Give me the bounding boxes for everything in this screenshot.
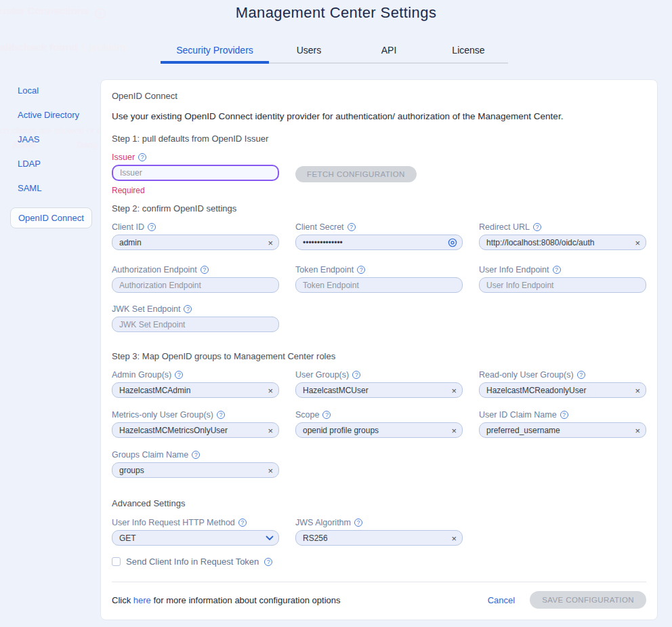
help-icon[interactable]: ? [192,451,200,459]
token-endpoint-input[interactable] [295,277,463,293]
clear-icon[interactable]: × [268,426,273,434]
scope-input[interactable] [295,422,463,438]
help-icon[interactable]: ? [560,411,568,419]
sidebar-item-local[interactable]: Local [18,85,92,96]
clear-icon[interactable]: × [451,386,457,395]
sidebar-item-active-directory[interactable]: Active Directory [18,110,92,120]
client-secret-field: Client Secret ? [295,222,463,250]
jws-algorithm-input[interactable] [295,530,463,546]
tab-users[interactable]: Users [269,45,349,62]
clear-icon[interactable]: × [268,466,273,474]
clear-icon[interactable]: × [635,426,640,434]
clear-icon[interactable]: × [268,386,273,395]
http-method-label: User Info Request HTTP Method [112,518,235,527]
help-icon[interactable]: ? [201,266,209,274]
here-link[interactable]: here [133,595,151,605]
token-endpoint-label: Token Endpoint [295,265,354,275]
user-groups-input[interactable] [295,382,463,398]
clear-icon[interactable]: × [635,238,640,247]
redirect-url-input[interactable] [479,235,646,250]
client-secret-input[interactable] [295,235,463,250]
jwk-set-endpoint-input[interactable] [112,317,279,332]
groups-claim-name-label: Groups Claim Name [112,450,188,460]
user-groups-label: User Group(s) [295,370,349,380]
metrics-user-groups-field: Metrics-only User Group(s) ? × [112,410,279,438]
help-icon[interactable]: ? [533,223,541,231]
jws-algorithm-field: JWS Algorithm ? × [295,518,463,546]
background-artifact-healthcheck: althcheck found 1 problem [0,41,126,53]
footer-info-text: Click here for more information about co… [112,595,341,605]
http-method-select[interactable] [112,530,279,546]
help-icon[interactable]: ? [322,411,331,419]
send-client-info-label: Send Client Info in Request Token [126,557,259,567]
panel-description: Use your existing OpenID Connect identit… [112,111,646,121]
redirect-url-label: Redirect URL [479,222,530,232]
help-icon[interactable]: ? [354,519,362,527]
help-icon[interactable]: ? [577,371,585,379]
clear-icon[interactable]: × [451,426,457,434]
fetch-configuration-button[interactable]: FETCH CONFIGURATION [295,166,417,182]
tab-license[interactable]: License [429,45,508,62]
sidebar-item-openid-connect[interactable]: OpenID Connect [10,207,92,228]
eye-icon[interactable] [448,238,457,247]
tab-security-providers[interactable]: Security Providers [161,45,269,64]
readonly-user-groups-field: Read-only User Group(s) ? × [479,370,646,398]
save-configuration-button[interactable]: SAVE CONFIGURATION [530,591,646,609]
admin-groups-field: Admin Group(s) ? × [112,370,279,398]
help-icon[interactable]: ? [217,411,225,419]
readonly-user-groups-label: Read-only User Group(s) [479,370,574,380]
send-client-info-checkbox[interactable] [112,557,121,566]
client-id-label: Client ID [112,222,144,232]
step3-label: Step 3: Map OpenID groups to Management … [112,351,646,361]
help-icon[interactable]: ? [175,371,183,379]
user-id-claim-name-input[interactable] [479,422,646,438]
help-icon[interactable]: ? [148,223,156,231]
client-secret-label: Client Secret [295,222,344,232]
help-icon[interactable]: ? [357,266,365,274]
scope-label: Scope [295,410,319,420]
page-title: Management Center Settings [0,4,672,22]
http-method-field: User Info Request HTTP Method ? [112,518,279,546]
chevron-down-icon[interactable] [266,535,274,541]
clear-icon[interactable]: × [268,238,273,247]
help-icon[interactable]: ? [238,519,247,527]
step2-label: Step 2: confirm OpenID settings [112,203,646,214]
clear-icon[interactable]: × [451,533,457,542]
clear-icon[interactable]: × [635,386,640,395]
authorization-endpoint-input[interactable] [112,277,279,293]
sidebar-item-jaas[interactable]: JAAS [18,134,92,144]
issuer-input[interactable] [112,165,279,181]
sidebar-item-saml[interactable]: SAML [18,183,92,193]
authorization-endpoint-label: Authorization Endpoint [112,265,197,275]
user-info-endpoint-input[interactable] [479,277,646,293]
send-client-info-row: Send Client Info in Request Token ? [112,557,646,567]
client-id-input[interactable] [112,235,279,250]
user-id-claim-name-field: User ID Claim Name ? × [479,410,646,438]
help-icon[interactable]: ? [348,223,356,231]
groups-claim-name-input[interactable] [112,462,279,478]
help-icon[interactable]: ? [352,371,360,379]
advanced-settings-heading: Advanced Settings [112,498,646,508]
scope-field: Scope ? × [295,410,463,438]
issuer-label: Issuer [112,153,135,162]
cancel-button[interactable]: Cancel [488,595,515,605]
admin-groups-input[interactable] [112,382,279,398]
metrics-user-groups-label: Metrics-only User Group(s) [112,410,213,420]
openid-connect-panel: OpenID Connect Use your existing OpenID … [100,79,658,620]
sidebar-item-ldap[interactable]: LDAP [18,159,92,169]
token-endpoint-field: Token Endpoint ? [295,265,463,293]
help-icon[interactable]: ? [184,305,192,313]
groups-claim-name-field: Groups Claim Name ? × [112,450,279,478]
readonly-user-groups-input[interactable] [479,382,646,398]
user-id-claim-name-label: User ID Claim Name [479,410,557,420]
redirect-url-field: Redirect URL ? × [479,222,646,250]
help-icon[interactable]: ? [553,266,561,274]
tab-api[interactable]: API [349,45,429,62]
settings-tabbar: Security Providers Users API License [161,45,508,64]
metrics-user-groups-input[interactable] [112,422,279,438]
panel-footer: Click here for more information about co… [112,582,646,610]
issuer-field: Issuer ? FETCH CONFIGURATION Required [112,153,646,195]
help-icon[interactable]: ? [264,558,272,566]
issuer-required-error: Required [112,186,646,195]
help-icon[interactable]: ? [138,153,146,161]
